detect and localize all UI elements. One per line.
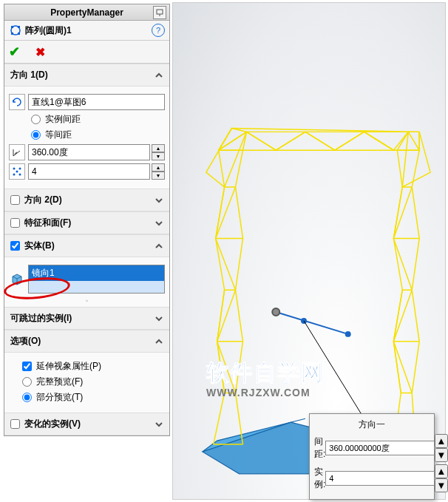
chevron-up-icon [155, 337, 163, 346]
chevron-down-icon [155, 420, 163, 429]
bodies-list[interactable]: 镜向1 [28, 265, 165, 294]
section-features-faces-head[interactable]: 特征和面(F) [4, 211, 169, 234]
graphics-viewport[interactable]: 软件自学网 WWW.RJZXW.COM 方向一 间距: ▲▼ 实例: ▲▼ [172, 2, 446, 500]
chevron-down-icon [155, 219, 163, 228]
radio-equal-spacing[interactable] [31, 130, 41, 140]
section-bodies-body: 镜向1 ◦ [4, 257, 169, 307]
ok-button[interactable]: ✔ [9, 44, 20, 59]
section-direction2-title: 方向 2(D) [24, 194, 62, 206]
chevron-up-icon [155, 71, 163, 80]
popup-count-down[interactable]: ▼ [435, 478, 447, 492]
svg-line-16 [304, 321, 364, 418]
count-down[interactable]: ▼ [152, 172, 165, 180]
svg-line-12 [276, 312, 347, 334]
svg-rect-3 [11, 26, 13, 28]
direction2-checkbox[interactable] [10, 195, 20, 205]
pm-header: PropertyManager [4, 4, 169, 21]
popup-count-up[interactable]: ▲ [435, 464, 447, 478]
svg-point-8 [19, 168, 21, 170]
chevron-down-icon [155, 196, 163, 205]
count-input[interactable] [28, 163, 150, 180]
popup-count-input[interactable] [325, 471, 435, 486]
partial-preview-radio[interactable] [22, 393, 32, 402]
section-varied-head[interactable]: 变化的实例(V) [4, 413, 169, 435]
bodies-list-empty[interactable] [29, 281, 164, 293]
full-preview-label: 完整预览(F) [36, 376, 83, 388]
angle-input[interactable] [28, 144, 150, 160]
axis-input[interactable] [28, 94, 165, 110]
full-preview-radio[interactable] [22, 377, 32, 387]
svg-rect-0 [157, 10, 163, 14]
section-varied-title: 变化的实例(V) [24, 418, 81, 430]
popup-spacing-label: 间距: [314, 435, 325, 461]
section-bodies-title: 实体(B) [24, 240, 55, 252]
features-faces-checkbox[interactable] [10, 218, 20, 228]
popup-count-label: 实例: [314, 466, 325, 491]
svg-point-9 [13, 174, 16, 176]
circular-pattern-icon [9, 24, 22, 37]
varied-checkbox[interactable] [10, 419, 20, 429]
svg-point-11 [16, 171, 18, 173]
help-icon[interactable]: ? [152, 24, 165, 37]
section-direction1-head[interactable]: 方向 1(D) [4, 64, 169, 87]
radio-equal-spacing-label: 等间距 [45, 129, 72, 141]
section-bodies-head[interactable]: 实体(B) [4, 234, 169, 257]
section-direction2-head[interactable]: 方向 2(D) [4, 189, 169, 211]
partial-preview-label: 部分预览(T) [36, 391, 83, 404]
count-icon [9, 163, 25, 180]
feature-row: 阵列(圆周)1 ? [4, 21, 169, 41]
feature-name: 阵列(圆周)1 [25, 24, 152, 37]
angle-icon [9, 144, 25, 160]
svg-rect-6 [18, 33, 20, 35]
body-icon [9, 271, 25, 288]
popup-title: 方向一 [314, 418, 430, 431]
svg-point-13 [272, 308, 279, 316]
direction-popup[interactable]: 方向一 间距: ▲▼ 实例: ▲▼ [309, 413, 435, 500]
section-skippable-head[interactable]: 可跳过的实例(I) [4, 307, 169, 330]
section-options-body: 延伸视象属性(P) 完整预览(F) 部分预览(T) [4, 353, 169, 413]
confirm-row: ✔ ✖ [4, 41, 169, 64]
section-resize-handle[interactable]: ◦ [9, 296, 165, 301]
chevron-down-icon [155, 314, 163, 323]
angle-down[interactable]: ▼ [152, 152, 165, 160]
extend-visual-label: 延伸视象属性(P) [36, 360, 101, 373]
section-features-faces-title: 特征和面(F) [24, 217, 71, 229]
pm-title: PropertyManager [50, 7, 123, 18]
extend-visual-checkbox[interactable] [22, 362, 32, 371]
popup-spacing-up[interactable]: ▲ [435, 434, 447, 448]
bodies-checkbox[interactable] [10, 241, 20, 251]
popup-spacing-input[interactable] [325, 441, 435, 455]
count-up[interactable]: ▲ [152, 163, 165, 172]
section-direction1-body: 实例间距 等间距 ▲▼ ▲▼ [4, 87, 169, 189]
section-options-head[interactable]: 选项(O) [4, 330, 169, 353]
section-options-title: 选项(O) [10, 335, 41, 347]
svg-point-10 [19, 174, 21, 176]
property-manager-panel: PropertyManager 阵列(圆周)1 ? ✔ ✖ 方向 1(D) 实例… [4, 4, 170, 436]
svg-rect-5 [11, 33, 13, 35]
popup-spacing-down[interactable]: ▼ [435, 448, 447, 462]
bodies-list-item[interactable]: 镜向1 [29, 265, 164, 281]
pin-button[interactable] [153, 6, 166, 19]
section-skippable-title: 可跳过的实例(I) [10, 312, 72, 325]
svg-rect-4 [18, 26, 20, 28]
section-direction1-title: 方向 1(D) [10, 69, 48, 81]
svg-point-7 [13, 168, 16, 170]
cancel-button[interactable]: ✖ [35, 46, 45, 58]
svg-point-15 [346, 332, 350, 336]
radio-instance-spacing-label: 实例间距 [45, 113, 81, 126]
chevron-up-icon [155, 242, 163, 251]
reverse-direction-icon[interactable] [9, 94, 25, 110]
angle-up[interactable]: ▲ [152, 144, 165, 152]
radio-instance-spacing[interactable] [31, 115, 41, 124]
